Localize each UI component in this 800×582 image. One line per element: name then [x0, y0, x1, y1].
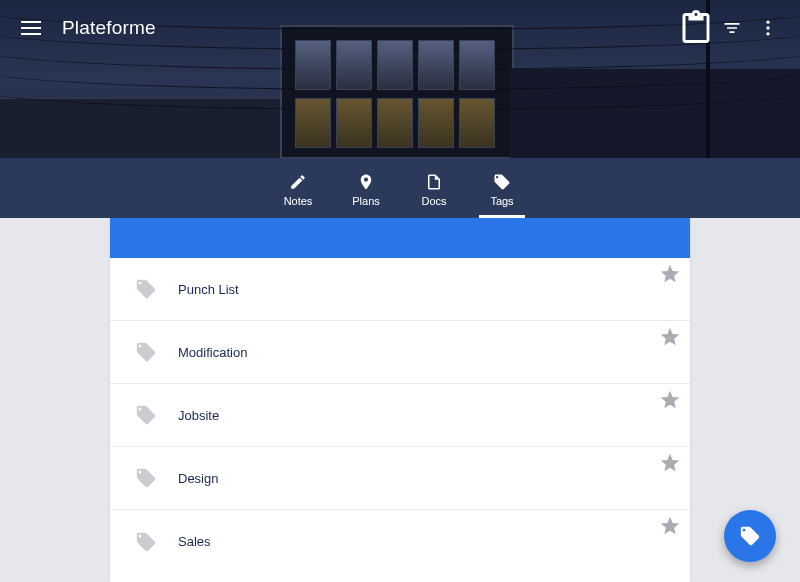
- menu-button[interactable]: [18, 15, 44, 41]
- tag-icon: [739, 525, 761, 547]
- tag-icon: [134, 403, 158, 427]
- tag-row[interactable]: Jobsite: [110, 384, 690, 447]
- more-vert-icon: [758, 18, 778, 38]
- document-icon: [425, 173, 443, 191]
- app-title: Plateforme: [62, 17, 156, 39]
- content-area: Punch ListModificationJobsiteDesignSales: [0, 218, 800, 582]
- favorite-star-button[interactable]: [658, 516, 682, 540]
- tag-label: Modification: [178, 345, 247, 360]
- star-icon: [659, 452, 681, 478]
- tab-tags[interactable]: Tags: [477, 158, 527, 218]
- tab-docs[interactable]: Docs: [409, 158, 459, 218]
- tag-row[interactable]: Punch List: [110, 258, 690, 321]
- star-icon: [659, 263, 681, 289]
- tab-label: Tags: [490, 195, 513, 207]
- svg-point-0: [766, 21, 769, 24]
- tags-list: Punch ListModificationJobsiteDesignSales: [110, 258, 690, 582]
- card-header-strip: [110, 218, 690, 258]
- tag-label: Design: [178, 471, 218, 486]
- tag-row[interactable]: Modification: [110, 321, 690, 384]
- tab-notes[interactable]: Notes: [273, 158, 323, 218]
- location-icon: [357, 173, 375, 191]
- tag-label: Sales: [178, 534, 211, 549]
- favorite-star-button[interactable]: [658, 390, 682, 414]
- app-bar: Plateforme: [0, 0, 800, 56]
- tab-label: Notes: [284, 195, 313, 207]
- pencil-icon: [289, 173, 307, 191]
- favorite-star-button[interactable]: [658, 327, 682, 351]
- filter-button[interactable]: [714, 10, 750, 46]
- clipboard-icon: [678, 10, 714, 46]
- tag-row[interactable]: Sales: [110, 510, 690, 573]
- tab-label: Plans: [352, 195, 380, 207]
- tag-icon: [134, 466, 158, 490]
- more-button[interactable]: [750, 10, 786, 46]
- hamburger-icon: [21, 21, 41, 35]
- star-icon: [659, 389, 681, 415]
- tag-icon: [134, 277, 158, 301]
- add-tag-fab[interactable]: [724, 510, 776, 562]
- favorite-star-button[interactable]: [658, 264, 682, 288]
- svg-point-2: [766, 32, 769, 35]
- tab-plans[interactable]: Plans: [341, 158, 391, 218]
- tag-icon: [134, 340, 158, 364]
- clipboard-button[interactable]: [678, 10, 714, 46]
- tab-bar: Notes Plans Docs Tags: [0, 158, 800, 218]
- tag-label: Jobsite: [178, 408, 219, 423]
- favorite-star-button[interactable]: [658, 453, 682, 477]
- tag-label: Punch List: [178, 282, 239, 297]
- tags-card: Punch ListModificationJobsiteDesignSales: [110, 218, 690, 582]
- tag-row[interactable]: Design: [110, 447, 690, 510]
- hero-image: Plateforme: [0, 0, 800, 158]
- star-icon: [659, 515, 681, 541]
- tab-label: Docs: [421, 195, 446, 207]
- filter-icon: [722, 18, 742, 38]
- tag-icon: [134, 530, 158, 554]
- svg-point-1: [766, 26, 769, 29]
- tag-icon: [493, 173, 511, 191]
- star-icon: [659, 326, 681, 352]
